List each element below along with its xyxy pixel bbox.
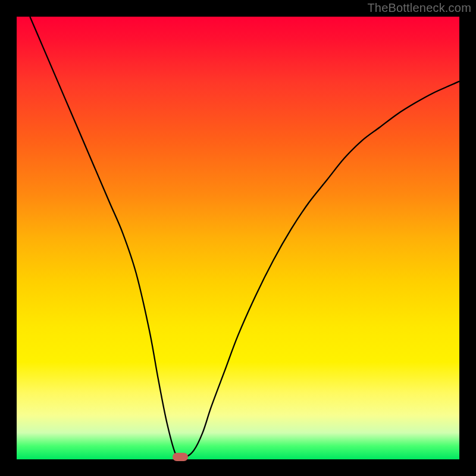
plot-area <box>17 17 459 459</box>
curve-svg <box>17 17 459 459</box>
optimal-point-marker <box>173 453 188 461</box>
bottleneck-curve <box>30 17 459 458</box>
watermark-text: TheBottleneck.com <box>367 1 471 15</box>
